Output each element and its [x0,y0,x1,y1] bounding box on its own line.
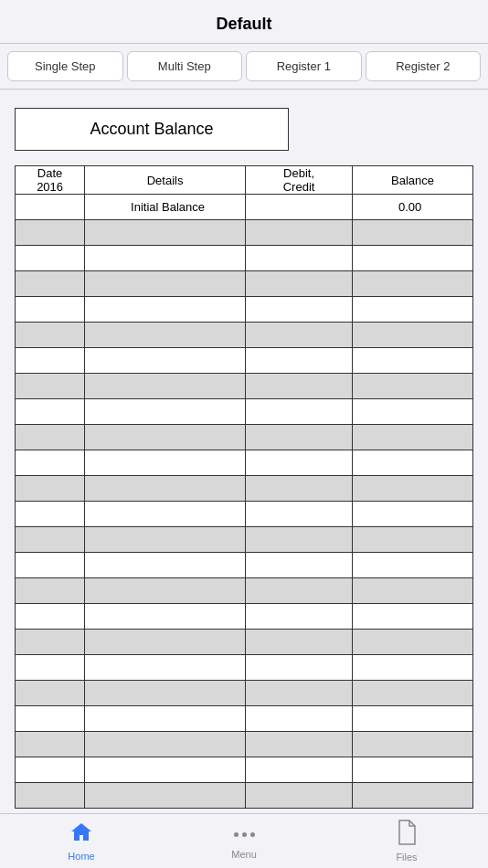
cell-date [16,527,85,553]
cell-debit-credit [245,425,352,450]
cell-date [16,783,85,809]
cell-balance [353,630,473,655]
cell-debit-credit [245,399,352,425]
col-header-debit-credit: Debit, Credit [245,166,352,195]
cell-details [85,476,246,502]
menu-icon [234,822,255,846]
cell-date [16,681,85,706]
table-row [16,732,473,757]
cell-debit-credit [245,348,352,374]
cell-balance [353,271,473,297]
cell-date [16,271,85,297]
tab-register-1[interactable]: Register 1 [246,51,362,81]
cell-balance [353,425,473,450]
cell-date [16,348,85,374]
tab-bar: Single Step Multi Step Register 1 Regist… [0,44,488,90]
nav-files-label: Files [396,852,417,863]
cell-debit-credit [245,630,352,655]
cell-balance [353,732,473,757]
cell-balance [353,527,473,553]
table-row: Initial Balance0.00 [16,195,473,220]
cell-details [85,297,246,323]
cell-debit-credit [245,706,352,732]
cell-details [85,425,246,450]
cell-debit-credit [245,655,352,681]
nav-menu[interactable]: Menu [207,822,281,860]
table-row [16,553,473,578]
cell-date [16,553,85,578]
tab-single-step[interactable]: Single Step [7,51,123,81]
cell-debit-credit [245,297,352,323]
cell-details [85,630,246,655]
table-row [16,271,473,297]
page-title: Default [216,15,271,33]
table-row [16,476,473,502]
cell-debit-credit [245,476,352,502]
ledger-table: Date 2016 Details Debit, Credit Balance … [15,165,473,809]
cell-debit-credit [245,578,352,604]
table-row [16,374,473,399]
cell-date [16,195,85,220]
file-icon [396,820,418,849]
cell-details [85,681,246,706]
cell-balance [353,553,473,578]
cell-date [16,578,85,604]
main-content: Account Balance Date 2016 Details Debit,… [0,90,488,817]
cell-balance [353,246,473,271]
cell-date [16,246,85,271]
cell-date [16,706,85,732]
table-row [16,655,473,681]
table-row [16,220,473,246]
bottom-nav: Home Menu Files [0,813,488,868]
table-row [16,450,473,476]
table-row [16,502,473,527]
table-row [16,297,473,323]
table-row [16,783,473,809]
table-row [16,246,473,271]
account-balance-title: Account Balance [90,120,213,138]
cell-date [16,450,85,476]
header: Default [0,0,488,44]
cell-details [85,399,246,425]
nav-files[interactable]: Files [370,820,443,863]
cell-details: Initial Balance [85,195,246,220]
cell-date [16,604,85,630]
cell-details [85,604,246,630]
cell-debit-credit [245,527,352,553]
cell-date [16,399,85,425]
cell-debit-credit [245,783,352,809]
cell-date [16,655,85,681]
col-header-balance: Balance [353,166,473,195]
col-header-date: Date 2016 [16,166,85,195]
table-header-row: Date 2016 Details Debit, Credit Balance [16,166,473,195]
nav-home-label: Home [68,851,94,862]
cell-balance [353,706,473,732]
table-row [16,630,473,655]
cell-balance [353,297,473,323]
table-row [16,757,473,783]
dot-3 [250,832,255,837]
table-row [16,425,473,450]
cell-debit-credit [245,195,352,220]
cell-balance [353,399,473,425]
cell-details [85,502,246,527]
cell-debit-credit [245,732,352,757]
cell-date [16,374,85,399]
nav-menu-label: Menu [231,849,257,860]
cell-date [16,220,85,246]
cell-details [85,732,246,757]
cell-date [16,502,85,527]
tab-register-2[interactable]: Register 2 [366,51,482,81]
cell-debit-credit [245,246,352,271]
nav-home[interactable]: Home [45,820,118,862]
cell-debit-credit [245,502,352,527]
cell-balance [353,502,473,527]
cell-details [85,374,246,399]
cell-debit-credit [245,220,352,246]
cell-balance [353,323,473,348]
cell-balance [353,655,473,681]
cell-balance [353,220,473,246]
cell-debit-credit [245,681,352,706]
tab-multi-step[interactable]: Multi Step [127,51,243,81]
cell-balance [353,348,473,374]
